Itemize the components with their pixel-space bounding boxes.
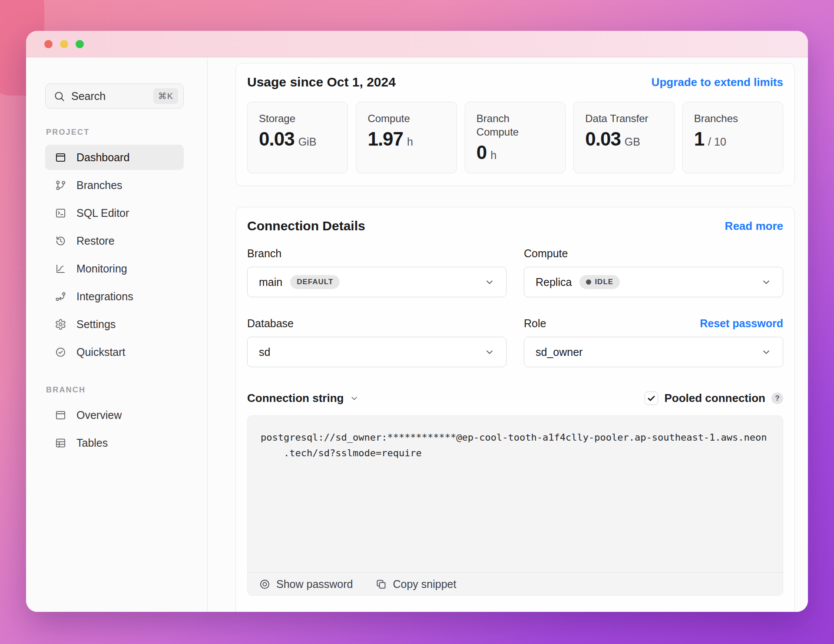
connection-details-title: Connection Details	[247, 219, 365, 233]
branch-label: Branch	[247, 247, 281, 260]
window-icon	[55, 409, 66, 421]
minimize-button[interactable]	[60, 40, 68, 48]
sidebar-item-settings[interactable]: Settings	[45, 312, 184, 337]
sidebar-item-dashboard[interactable]: Dashboard	[45, 145, 184, 170]
chevron-down-icon	[761, 347, 771, 357]
compute-label: Compute	[524, 247, 568, 260]
show-password-label: Show password	[276, 578, 353, 591]
main-content: Usage since Oct 1, 2024 Upgrade to exten…	[208, 57, 808, 612]
usage-panel: Usage since Oct 1, 2024 Upgrade to exten…	[235, 63, 795, 186]
read-more-link[interactable]: Read more	[725, 219, 783, 233]
idle-badge: IDLE	[579, 275, 620, 289]
close-button[interactable]	[44, 40, 53, 48]
stat-value: 1	[694, 128, 704, 150]
table-icon	[55, 437, 66, 449]
copy-icon	[375, 578, 387, 590]
window-titlebar	[26, 31, 808, 57]
sidebar-item-quickstart[interactable]: Quickstart	[45, 339, 184, 365]
compute-field: Compute Replica IDLE	[524, 247, 783, 297]
project-nav: Dashboard Branches SQL Editor Restore Mo…	[45, 145, 184, 365]
compute-value: Replica	[536, 276, 572, 289]
dashboard-icon	[55, 152, 66, 163]
search-input[interactable]: ⌘K	[45, 83, 184, 109]
eye-icon	[259, 578, 271, 590]
integrations-icon	[55, 291, 66, 302]
stat-card-storage: Storage 0.03 GiB	[247, 102, 348, 173]
sidebar-item-label: Dashboard	[76, 151, 129, 164]
sidebar-item-label: Quickstart	[76, 346, 126, 359]
sidebar-item-sql-editor[interactable]: SQL Editor	[45, 200, 184, 226]
chevron-down-icon	[484, 347, 495, 357]
stat-card-compute: Compute 1.97 h	[356, 102, 457, 173]
history-icon	[55, 235, 66, 247]
sidebar: ⌘K PROJECT Dashboard Branches SQL Editor	[26, 57, 208, 612]
sidebar-item-integrations[interactable]: Integrations	[45, 284, 184, 309]
check-circle-icon	[55, 346, 66, 358]
role-label: Role	[524, 317, 546, 330]
sidebar-item-label: Integrations	[76, 290, 133, 303]
stat-label: Compute	[367, 112, 445, 125]
compute-select[interactable]: Replica IDLE	[524, 267, 783, 297]
password-note: Your password is saved in a secure stora…	[247, 611, 783, 612]
stat-unit: / 10	[708, 136, 726, 148]
gear-icon	[55, 319, 66, 330]
show-password-button[interactable]: Show password	[259, 578, 353, 591]
reset-password-link[interactable]: Reset password	[700, 317, 783, 330]
branch-field: Branch main DEFAULT	[247, 247, 506, 297]
sidebar-item-label: Overview	[76, 409, 122, 422]
chevron-down-icon	[350, 394, 359, 403]
sidebar-item-label: Tables	[76, 437, 108, 449]
pooled-connection-label: Pooled connection	[664, 392, 765, 405]
connection-details-panel: Connection Details Read more Branch main…	[235, 207, 795, 612]
copy-snippet-button[interactable]: Copy snippet	[375, 578, 456, 591]
search-field[interactable]	[71, 90, 147, 103]
pooled-connection-control: Pooled connection ?	[645, 392, 783, 405]
code-actions-bar: Show password Copy snippet	[248, 572, 783, 595]
stat-card-branches: Branches 1 / 10	[682, 102, 783, 173]
database-select[interactable]: sd	[247, 337, 506, 367]
stat-card-branch-compute: Branch Compute 0 h	[465, 102, 566, 173]
zoom-button[interactable]	[76, 40, 84, 48]
connection-string-toggle[interactable]: Connection string	[247, 392, 359, 405]
branch-section-label: BRANCH	[46, 385, 184, 395]
app-window: ⌘K PROJECT Dashboard Branches SQL Editor	[26, 31, 808, 612]
sidebar-item-label: Settings	[76, 318, 116, 331]
stat-value: 0.03	[585, 128, 621, 150]
git-branch-icon	[55, 179, 66, 191]
chart-icon	[55, 263, 66, 275]
database-field: Database sd	[247, 317, 506, 367]
help-icon[interactable]: ?	[771, 392, 783, 404]
stat-label: Storage	[259, 112, 336, 125]
copy-snippet-label: Copy snippet	[393, 578, 456, 591]
database-label: Database	[247, 317, 294, 330]
connection-string-box: postgresql://sd_owner:************@ep-co…	[247, 415, 783, 596]
database-value: sd	[259, 346, 270, 359]
sidebar-item-monitoring[interactable]: Monitoring	[45, 256, 184, 281]
sidebar-item-tables[interactable]: Tables	[45, 430, 184, 455]
usage-stats: Storage 0.03 GiB Compute 1.97 h	[247, 102, 783, 173]
sidebar-item-restore[interactable]: Restore	[45, 228, 184, 253]
branch-select[interactable]: main DEFAULT	[247, 267, 506, 297]
sidebar-item-overview[interactable]: Overview	[45, 402, 184, 428]
search-shortcut-badge: ⌘K	[153, 88, 178, 104]
chevron-down-icon	[484, 277, 495, 287]
stat-label: Branch Compute	[477, 112, 519, 139]
stat-unit: GiB	[298, 136, 317, 148]
upgrade-link[interactable]: Upgrade to extend limits	[652, 76, 783, 89]
search-icon	[53, 90, 65, 102]
stat-value: 0	[477, 142, 486, 163]
role-value: sd_owner	[536, 346, 582, 359]
pooled-connection-checkbox[interactable]	[645, 392, 658, 405]
sidebar-item-branches[interactable]: Branches	[45, 173, 184, 198]
stat-unit: h	[490, 149, 496, 162]
branch-value: main	[259, 276, 282, 289]
sidebar-item-label: Branches	[76, 179, 122, 192]
stat-label: Data Transfer	[585, 112, 662, 125]
branch-nav: Overview Tables	[45, 402, 184, 455]
role-field: Role Reset password sd_owner	[524, 317, 783, 367]
connection-string-label: Connection string	[247, 392, 344, 405]
connection-string-value[interactable]: postgresql://sd_owner:************@ep-co…	[248, 416, 783, 572]
sidebar-item-label: Restore	[76, 235, 115, 247]
project-section-label: PROJECT	[46, 128, 184, 137]
role-select[interactable]: sd_owner	[524, 337, 783, 367]
